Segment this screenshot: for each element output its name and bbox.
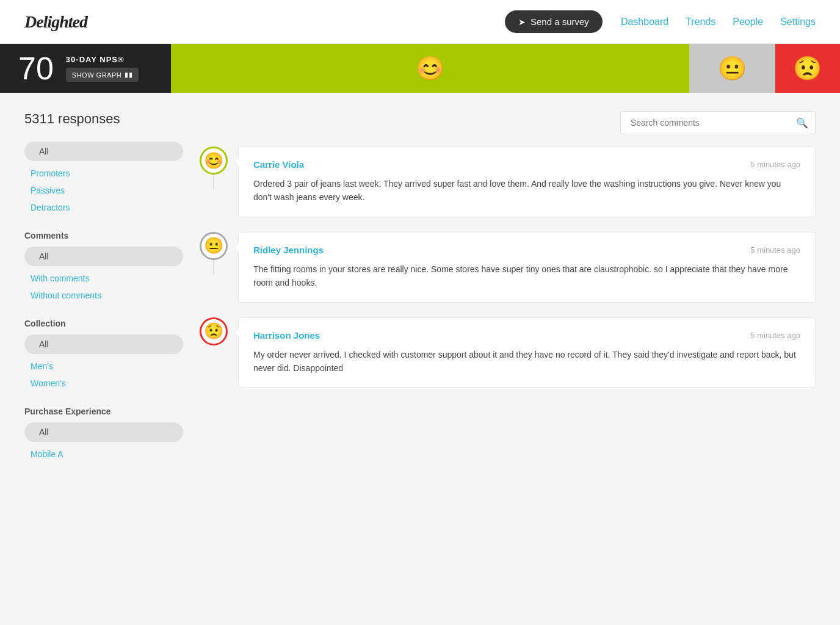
nps-bar-passive: 😐 <box>689 44 775 93</box>
detractor-avatar: 😟 <box>200 317 228 345</box>
promoter-face-icon: 😊 <box>416 57 444 80</box>
timeline-line <box>213 175 214 189</box>
response-text: Ordered 3 pair of jeans last week. They … <box>253 177 800 204</box>
chart-icon: ▮▮ <box>125 71 132 79</box>
send-icon: ➤ <box>518 17 526 27</box>
response-header: Ridley Jennings 5 minutes ago <box>253 245 800 255</box>
table-row: 😟 Harrison Jones 5 minutes ago My order … <box>195 317 816 388</box>
respondent-name: Ridley Jennings <box>253 245 324 255</box>
filter-with-comments[interactable]: With comments <box>24 270 183 287</box>
filter-promoters[interactable]: Promoters <box>24 165 183 182</box>
timeline-col: 😟 <box>195 317 232 345</box>
comments-filter-group: Comments All With comments Without comme… <box>24 231 183 304</box>
nav-trends[interactable]: Trends <box>686 16 715 27</box>
response-card: Harrison Jones 5 minutes ago My order ne… <box>238 317 816 388</box>
nav-settings[interactable]: Settings <box>780 16 816 27</box>
response-header: Carrie Viola 5 minutes ago <box>253 159 800 170</box>
comments-all-button[interactable]: All <box>24 247 183 266</box>
filter-mobile-a[interactable]: Mobile A <box>24 446 183 463</box>
response-text: My order never arrived. I checked with c… <box>253 348 800 375</box>
purchase-filter-group: Purchase Experience All Mobile A <box>24 406 183 463</box>
app-header: Delighted ➤ Send a survey Dashboard Tren… <box>0 0 840 44</box>
timeline-line <box>213 260 214 275</box>
passive-avatar: 😐 <box>200 232 228 260</box>
respondent-name: Carrie Viola <box>253 159 304 170</box>
respondent-name: Harrison Jones <box>253 330 320 341</box>
nps-period-label: 30-DAY NPS® <box>66 55 139 64</box>
passive-face-icon: 😐 <box>718 57 747 80</box>
response-card: Ridley Jennings 5 minutes ago The fittin… <box>238 232 816 303</box>
search-icon: 🔍 <box>796 117 808 129</box>
app-logo: Delighted <box>24 12 87 32</box>
nps-bar: 😊 😐 😟 <box>171 44 840 93</box>
response-card: Carrie Viola 5 minutes ago Ordered 3 pai… <box>238 146 816 217</box>
show-graph-button[interactable]: SHOW GRAPH ▮▮ <box>66 68 139 82</box>
filter-without-comments[interactable]: Without comments <box>24 287 183 304</box>
main-content: 5311 responses All Promoters Passives De… <box>0 93 840 496</box>
response-time: 5 minutes ago <box>750 331 800 340</box>
promoter-avatar: 😊 <box>200 146 228 175</box>
passive-neutral-icon: 😐 <box>204 236 223 255</box>
responses-count: 5311 responses <box>24 111 183 127</box>
collection-filter-group: Collection All Men's Women's <box>24 319 183 392</box>
collection-filter-title: Collection <box>24 319 183 328</box>
nps-score-box: 70 30-DAY NPS® SHOW GRAPH ▮▮ <box>0 44 171 93</box>
response-header: Harrison Jones 5 minutes ago <box>253 330 800 341</box>
promoter-smile-icon: 😊 <box>204 151 223 170</box>
main-nav: Dashboard Trends People Settings <box>621 16 816 27</box>
filter-detractors[interactable]: Detractors <box>24 199 183 216</box>
comments-filter-title: Comments <box>24 231 183 240</box>
nps-section: 70 30-DAY NPS® SHOW GRAPH ▮▮ 😊 😐 😟 <box>0 44 840 93</box>
nav-people[interactable]: People <box>733 16 763 27</box>
purchase-filter-title: Purchase Experience <box>24 406 183 416</box>
nps-bar-detractor: 😟 <box>775 44 840 93</box>
detractor-face-icon: 😟 <box>793 57 822 80</box>
search-bar-row: 🔍 <box>195 111 816 134</box>
type-all-button[interactable]: All <box>24 142 183 161</box>
table-row: 😐 Ridley Jennings 5 minutes ago The fitt… <box>195 232 816 303</box>
purchase-all-button[interactable]: All <box>24 422 183 442</box>
table-row: 😊 Carrie Viola 5 minutes ago Ordered 3 p… <box>195 146 816 217</box>
timeline-col: 😊 <box>195 146 232 175</box>
send-survey-button[interactable]: ➤ Send a survey <box>505 10 603 33</box>
nps-score: 70 <box>18 52 54 84</box>
nav-dashboard[interactable]: Dashboard <box>621 16 668 27</box>
nps-label-group: 30-DAY NPS® SHOW GRAPH ▮▮ <box>66 55 139 82</box>
detractor-sad-icon: 😟 <box>204 322 223 341</box>
collection-all-button[interactable]: All <box>24 334 183 354</box>
responses-list: 😊 Carrie Viola 5 minutes ago Ordered 3 p… <box>195 146 816 402</box>
filter-passives[interactable]: Passives <box>24 182 183 199</box>
sidebar: 5311 responses All Promoters Passives De… <box>24 111 195 477</box>
filter-womens[interactable]: Women's <box>24 375 183 392</box>
timeline-col: 😐 <box>195 232 232 260</box>
type-filter-group: All Promoters Passives Detractors <box>24 142 183 216</box>
right-panel: 🔍 😊 Carrie Viola 5 minutes ago O <box>195 111 816 477</box>
response-time: 5 minutes ago <box>750 245 800 255</box>
search-input[interactable] <box>620 111 816 134</box>
search-wrapper: 🔍 <box>620 111 816 134</box>
nps-bar-promoter: 😊 <box>171 44 689 93</box>
response-text: The fitting rooms in your stores are rea… <box>253 262 800 290</box>
response-time: 5 minutes ago <box>750 160 800 169</box>
filter-mens[interactable]: Men's <box>24 358 183 375</box>
